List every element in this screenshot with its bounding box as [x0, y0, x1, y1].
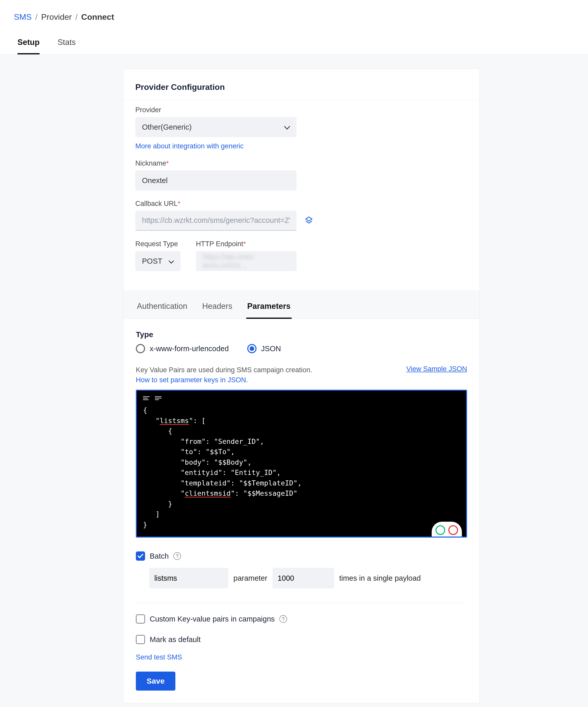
chevron-down-icon [284, 123, 290, 131]
radio-form-urlencoded[interactable]: x-www-form-urlencoded [136, 344, 229, 353]
tab-authentication[interactable]: Authentication [136, 299, 188, 318]
copy-icon[interactable] [305, 216, 313, 225]
editor-compact-icon[interactable] [155, 396, 162, 400]
tab-stats[interactable]: Stats [58, 35, 76, 54]
batch-checkbox[interactable] [136, 551, 145, 561]
http-endpoint-label: HTTP Endpoint [196, 240, 297, 248]
editor-status-pill [432, 521, 462, 538]
radio-icon [136, 344, 145, 353]
mark-default-checkbox[interactable] [136, 635, 145, 644]
view-sample-json-link[interactable]: View Sample JSON [406, 365, 467, 373]
breadcrumb-provider[interactable]: Provider [41, 12, 72, 22]
radio-label: x-www-form-urlencoded [150, 344, 229, 353]
chevron-down-icon [169, 257, 174, 265]
help-icon[interactable]: ? [280, 615, 287, 623]
nickname-input[interactable] [135, 170, 297, 191]
help-link[interactable]: How to set parameter keys in JSON. [136, 376, 248, 384]
ok-indicator-icon [435, 525, 445, 535]
nickname-label: Nickname [135, 160, 467, 167]
save-button[interactable]: Save [136, 672, 175, 691]
radio-label: JSON [261, 344, 281, 353]
error-indicator-icon [448, 525, 458, 535]
provider-help-link[interactable]: More about integration with generic [135, 142, 244, 150]
http-endpoint-value: https://api.onex-aura.com/a… [203, 252, 290, 270]
breadcrumb-sep: / [75, 12, 77, 22]
editor-format-icon[interactable] [143, 396, 150, 400]
batch-label: Batch [150, 552, 169, 561]
callback-url-label: Callback URL [135, 200, 467, 208]
section-title: Provider Configuration [124, 69, 479, 100]
json-editor[interactable]: { "listsms": [ { "from": "Sender_ID", "t… [136, 390, 467, 538]
help-text: Key Value Pairs are used during SMS camp… [136, 365, 321, 385]
radio-icon [247, 344, 257, 353]
request-type-label: Request Type [135, 240, 181, 248]
send-test-sms-link[interactable]: Send test SMS [136, 653, 182, 661]
help-icon[interactable]: ? [173, 552, 181, 560]
custom-kv-checkbox[interactable] [136, 614, 145, 624]
tab-parameters[interactable]: Parameters [246, 299, 292, 319]
batch-word-parameter: parameter [233, 574, 267, 582]
breadcrumb: SMS / Provider / Connect [0, 0, 588, 22]
provider-select[interactable]: Other(Generic) [135, 117, 297, 137]
provider-config-card: Provider Configuration Provider Other(Ge… [123, 69, 480, 703]
batch-suffix: times in a single payload [339, 574, 421, 582]
breadcrumb-sep: / [35, 12, 37, 22]
divider [136, 603, 467, 603]
json-content[interactable]: { "listsms": [ { "from": "Sender_ID", "t… [143, 405, 460, 530]
tab-headers[interactable]: Headers [201, 299, 233, 318]
breadcrumb-connect: Connect [81, 12, 114, 22]
batch-count-input[interactable] [272, 568, 334, 588]
radio-json[interactable]: JSON [247, 344, 281, 353]
mark-default-label: Mark as default [150, 635, 200, 644]
type-label: Type [136, 330, 467, 339]
callback-url-input[interactable] [135, 211, 297, 231]
breadcrumb-sms[interactable]: SMS [14, 12, 32, 22]
tab-setup[interactable]: Setup [18, 35, 39, 55]
custom-kv-label: Custom Key-value pairs in campaigns [150, 615, 275, 623]
request-type-value: POST [142, 257, 162, 265]
sub-tabs: Authentication Headers Parameters [124, 291, 479, 319]
provider-label: Provider [135, 106, 467, 114]
top-tabs: Setup Stats [0, 22, 588, 55]
http-endpoint-input[interactable]: https://api.onex-aura.com/a… [196, 251, 297, 271]
provider-selected-value: Other(Generic) [142, 123, 192, 131]
batch-param-input[interactable] [149, 568, 228, 588]
request-type-select[interactable]: POST [135, 251, 181, 271]
